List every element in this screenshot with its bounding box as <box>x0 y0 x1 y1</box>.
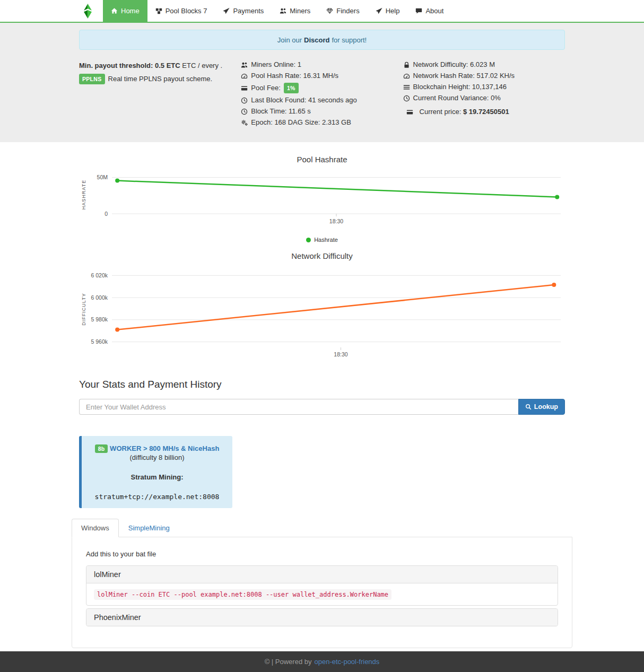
block-time-text: Block Time: 11.65 s <box>251 107 310 116</box>
difficulty-badge: 8b <box>95 444 108 453</box>
svg-text:HASHRATE: HASHRATE <box>81 180 86 210</box>
clock-icon <box>241 108 248 115</box>
etc-logo[interactable] <box>72 0 103 22</box>
pool-fee-badge: 1% <box>284 83 299 93</box>
tab-windows[interactable]: Windows <box>72 519 119 537</box>
network-difficulty-chart-title: Network Difficulty <box>72 251 572 260</box>
lolminer-panel: lolMiner lolMiner --coin ETC --pool exam… <box>86 565 558 606</box>
nav-label-home: Home <box>121 7 140 15</box>
pplns-badge: PPLNS <box>79 74 105 84</box>
stats-col-pool: Miners Online: 1 Pool Hash Rate: 16.31 M… <box>241 60 403 129</box>
pool-hashrate-chart-block: Pool Hashrate 50M018:30HASHRATE Hashrate <box>72 142 572 243</box>
stratum-url: stratum+tcp://example.net:8008 <box>87 493 227 501</box>
network-hashrate-row: Network Hash Rate: 517.02 KH/s <box>403 72 565 80</box>
credit-card-icon <box>241 85 248 92</box>
stats-col-network: Network Difficulty: 6.023 M Network Hash… <box>403 60 565 129</box>
miners-online-row: Miners Online: 1 <box>241 60 403 69</box>
money-icon <box>406 109 413 116</box>
tab-content-windows: Add this to your bat file lolMiner lolMi… <box>72 537 572 648</box>
svg-text:6 000k: 6 000k <box>91 294 108 301</box>
lock-icon <box>403 62 410 68</box>
nav-label-pool-blocks: Pool Blocks 7 <box>166 7 207 15</box>
nav-item-miners[interactable]: Miners <box>272 0 318 22</box>
svg-text:0: 0 <box>105 211 108 217</box>
lolminer-accordion-header[interactable]: lolMiner <box>86 566 558 583</box>
miner-setup-tabs: Windows SimpleMining Add this to your ba… <box>72 519 572 648</box>
stats-col-payout: Min. payout threshold: 0.5 ETC ETC / eve… <box>79 60 241 129</box>
banner-text-suffix: for support! <box>332 36 367 44</box>
svg-text:18:30: 18:30 <box>329 218 343 224</box>
pool-hashrate-chart: 50M018:30HASHRATE <box>79 171 565 226</box>
nav-item-home[interactable]: Home <box>103 0 147 22</box>
network-difficulty-row: Network Difficulty: 6.023 M <box>403 60 565 69</box>
lolminer-command-code: lolMiner --coin ETC --pool example.net:8… <box>94 589 391 600</box>
users-icon <box>241 62 248 68</box>
svg-text:DIFFICULTY: DIFFICULTY <box>81 293 86 325</box>
wallet-address-input[interactable] <box>79 399 518 415</box>
nav-label-help: Help <box>386 7 400 15</box>
stratum-mining-label: Stratum Mining: <box>87 473 227 481</box>
page: Home Pool Blocks 7 Payments Miners Finde… <box>0 0 644 672</box>
pplns-row: PPLNS Real time PPLNS payout scheme. <box>79 74 241 84</box>
bat-file-instruction: Add this to your bat file <box>86 550 558 558</box>
footer-link[interactable]: open-etc-pool-friends <box>314 658 379 666</box>
network-difficulty-chart-block: Network Difficulty 6 020k6 000k5 980k5 9… <box>72 243 572 361</box>
search-icon <box>525 404 532 410</box>
svg-text:6 020k: 6 020k <box>91 272 108 278</box>
nav-item-about[interactable]: About <box>407 0 451 22</box>
pool-hashrate-chart-title: Pool Hashrate <box>72 155 572 164</box>
network-difficulty-chart: 6 020k6 000k5 980k5 960k18:30DIFFICULTY <box>79 268 565 359</box>
nav-item-payments[interactable]: Payments <box>215 0 272 22</box>
cogs-icon <box>241 119 248 126</box>
nicehash-info-box: 8b WORKER > 800 MH/s & NiceHash (difficu… <box>79 436 232 508</box>
comment-icon <box>415 7 422 14</box>
footer: © | Powered by open-etc-pool-friends <box>0 651 644 672</box>
lolminer-panel-body: lolMiner --coin ETC --pool example.net:8… <box>86 583 558 605</box>
lookup-button[interactable]: Lookup <box>518 399 565 415</box>
miners-online-text: Miners Online: 1 <box>251 60 301 69</box>
etc-diamond-icon <box>82 3 93 19</box>
current-price-value: $ 19.72450501 <box>463 108 509 116</box>
phoenixminer-accordion-header[interactable]: PhoenixMiner <box>86 609 558 626</box>
hashrate-legend-label: Hashrate <box>314 237 338 243</box>
tachometer-icon <box>241 73 248 80</box>
block-time-row: Block Time: 11.65 s <box>241 107 403 116</box>
current-price-row: Current price: $ 19.72450501 <box>403 108 565 116</box>
pool-hashrate-text: Pool Hash Rate: 16.31 MH/s <box>251 72 338 80</box>
hashrate-legend-dot-icon <box>306 238 311 242</box>
payout-threshold-bold: Min. payout threshold: 0.5 ETC <box>79 62 180 69</box>
lookup-button-label: Lookup <box>534 403 558 411</box>
paper-plane-icon <box>376 7 382 14</box>
svg-text:50M: 50M <box>97 174 108 180</box>
gem-icon <box>326 7 333 14</box>
wallet-lookup-group: Lookup <box>79 399 565 415</box>
blockchain-height-text: Blockchain Height: 10,137,146 <box>413 83 507 91</box>
nav-item-finders[interactable]: Finders <box>318 0 367 22</box>
pool-fee-row: Pool Fee: 1% <box>241 83 403 93</box>
banner-text-prefix: Join our <box>277 36 302 44</box>
discord-link[interactable]: Discord <box>304 36 329 44</box>
navbar: Home Pool Blocks 7 Payments Miners Finde… <box>0 0 644 23</box>
stats-history-heading: Your Stats and Payment History <box>79 379 565 390</box>
blockchain-height-row: Blockchain Height: 10,137,146 <box>403 83 565 91</box>
payout-threshold-rest: ETC / every . <box>182 62 222 69</box>
nav-item-pool-blocks[interactable]: Pool Blocks 7 <box>147 0 215 22</box>
tachometer-icon <box>403 73 410 80</box>
blocks-icon <box>155 7 162 14</box>
paper-plane-icon <box>223 7 230 14</box>
tab-simplemining[interactable]: SimpleMining <box>119 519 179 537</box>
phoenixminer-panel: PhoenixMiner <box>86 608 558 626</box>
home-icon <box>111 7 118 14</box>
pplns-text: Real time PPLNS payout scheme. <box>108 75 213 83</box>
payout-threshold: Min. payout threshold: 0.5 ETC ETC / eve… <box>79 62 241 69</box>
tabs-row: Windows SimpleMining <box>72 519 572 537</box>
users-icon <box>280 7 286 14</box>
epoch-row: Epoch: 168 DAG Size: 2.313 GB <box>241 118 403 127</box>
last-block-text: Last Block Found: 41 seconds ago <box>251 96 356 104</box>
pool-fee-label: Pool Fee: <box>251 84 281 92</box>
pool-hashrate-row: Pool Hash Rate: 16.31 MH/s <box>241 72 403 80</box>
network-hashrate-text: Network Hash Rate: 517.02 KH/s <box>413 72 515 80</box>
nav-item-help[interactable]: Help <box>368 0 408 22</box>
svg-text:5 960k: 5 960k <box>91 338 108 345</box>
network-difficulty-text: Network Difficulty: 6.023 M <box>413 60 495 69</box>
